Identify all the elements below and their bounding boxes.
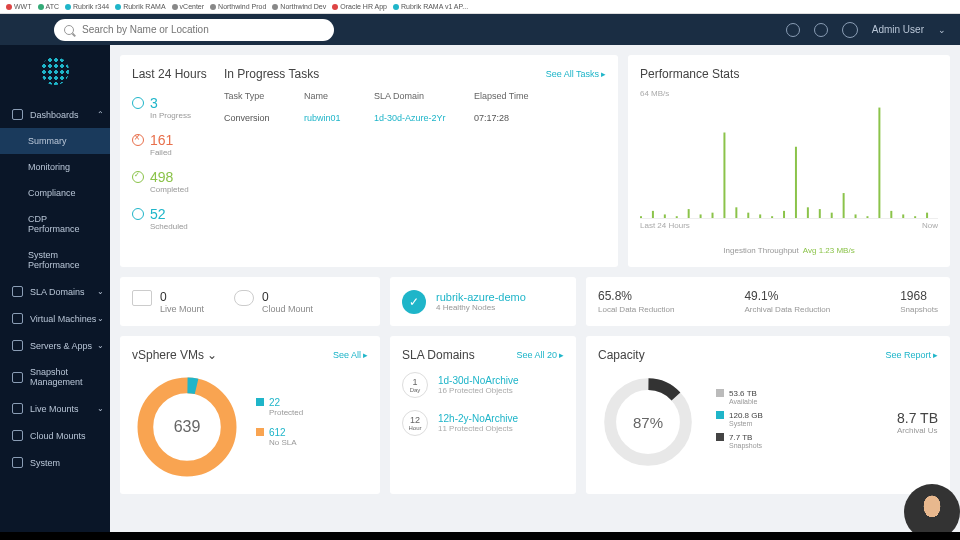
svg-rect-11	[771, 216, 773, 218]
nav-sysperf[interactable]: System Performance	[0, 242, 110, 278]
vm-icon	[12, 313, 23, 324]
legend-swatch	[256, 428, 264, 436]
svg-rect-15	[819, 209, 821, 218]
server-icon	[12, 340, 23, 351]
svg-rect-21	[890, 211, 892, 218]
svg-rect-4	[688, 209, 690, 218]
nav-cdp[interactable]: CDP Performance	[0, 206, 110, 242]
sidebar: Dashboards⌃ Summary Monitoring Complianc…	[0, 45, 110, 540]
nav-monitoring[interactable]: Monitoring	[0, 154, 110, 180]
chevron-up-icon: ⌃	[97, 110, 104, 119]
svg-rect-2	[664, 214, 666, 218]
logo-icon[interactable]	[41, 57, 69, 85]
nav-summary[interactable]: Summary	[0, 128, 110, 154]
scheduled-icon	[132, 208, 144, 220]
perf-chart	[640, 104, 938, 219]
capacity-legend-item: 120.8 GBSystem	[716, 411, 879, 427]
chevron-down-icon: ⌄	[97, 314, 104, 323]
browser-tab[interactable]: WWT	[6, 3, 32, 10]
user-name[interactable]: Admin User	[872, 24, 924, 35]
browser-tab[interactable]: vCenter	[172, 3, 205, 10]
vms-title[interactable]: vSphere VMs ⌄	[132, 348, 217, 362]
avatar-icon[interactable]	[842, 22, 858, 38]
chevron-down-icon[interactable]: ⌄	[938, 25, 946, 35]
svg-rect-24	[926, 213, 928, 218]
dashboard-icon	[12, 109, 23, 120]
completed-icon	[132, 171, 144, 183]
sla-item[interactable]: 1Day1d-30d-NoArchive16 Protected Objects	[402, 372, 564, 398]
sla-icon	[12, 286, 23, 297]
svg-rect-22	[902, 214, 904, 218]
search-input[interactable]	[82, 24, 324, 35]
chevron-down-icon: ⌄	[97, 287, 104, 296]
nav-system[interactable]: System	[0, 449, 110, 476]
svg-rect-6	[712, 213, 714, 218]
cluster-name[interactable]: rubrik-azure-demo	[436, 291, 526, 303]
sla-item[interactable]: 12Hour12h-2y-NoArchive11 Protected Objec…	[402, 410, 564, 436]
snapshot-icon	[12, 372, 23, 383]
nav-dashboards[interactable]: Dashboards⌃	[0, 101, 110, 128]
browser-tab-strip: WWTATCRubrik r344Rubrik RAMAvCenterNorth…	[0, 0, 960, 14]
svg-rect-10	[759, 214, 761, 218]
svg-rect-20	[878, 108, 880, 218]
svg-rect-14	[807, 207, 809, 218]
capacity-legend-item: 53.6 TBAvailable	[716, 389, 879, 405]
tasks-card: Last 24 Hours 3In Progress 161Failed 498…	[120, 55, 618, 267]
see-all-tasks-link[interactable]: See All Tasks ▸	[546, 69, 606, 79]
browser-tab[interactable]: Northwind Prod	[210, 3, 266, 10]
nav-compliance[interactable]: Compliance	[0, 180, 110, 206]
browser-tab[interactable]: Rubrik r344	[65, 3, 109, 10]
nav-cloudmounts[interactable]: Cloud Mounts	[0, 422, 110, 449]
browser-tab[interactable]: Rubrik RAMA v1 AP...	[393, 3, 468, 10]
perf-title: Performance Stats	[640, 67, 938, 81]
bottom-bar	[0, 532, 960, 540]
svg-rect-9	[747, 213, 749, 218]
main-content: Last 24 Hours 3In Progress 161Failed 498…	[110, 45, 960, 540]
search-box[interactable]	[54, 19, 334, 41]
gear-icon[interactable]	[814, 23, 828, 37]
svg-rect-7	[723, 133, 725, 219]
progress-icon	[132, 97, 144, 109]
browser-tab[interactable]: Northwind Dev	[272, 3, 326, 10]
svg-rect-23	[914, 216, 916, 218]
cloud-icon	[12, 430, 23, 441]
nav-vms[interactable]: Virtual Machines⌄	[0, 305, 110, 332]
svg-rect-13	[795, 147, 797, 218]
capacity-card: CapacitySee Report ▸ 87% 53.6 TBAvailabl…	[586, 336, 950, 494]
browser-tab[interactable]: ATC	[38, 3, 59, 10]
svg-rect-12	[783, 211, 785, 218]
see-all-vms-link[interactable]: See All ▸	[333, 350, 368, 360]
failed-icon	[132, 134, 144, 146]
chevron-down-icon: ⌄	[97, 404, 104, 413]
system-icon	[12, 457, 23, 468]
browser-tab[interactable]: Rubrik RAMA	[115, 3, 165, 10]
vms-donut-chart: 639	[132, 372, 242, 482]
globe-icon[interactable]	[786, 23, 800, 37]
nav-snapshot[interactable]: Snapshot Management	[0, 359, 110, 395]
svg-rect-17	[843, 193, 845, 218]
nav-livemounts[interactable]: Live Mounts⌄	[0, 395, 110, 422]
search-icon	[64, 25, 74, 35]
chevron-down-icon: ⌄	[97, 341, 104, 350]
sla-domains-card: SLA DomainsSee All 20 ▸ 1Day1d-30d-NoArc…	[390, 336, 576, 494]
tasks-title: In Progress Tasks	[224, 67, 319, 81]
task-row[interactable]: Conversionrubwin011d-30d-Azure-2Yr07:17:…	[224, 113, 606, 123]
nav-sla-domains[interactable]: SLA Domains⌄	[0, 278, 110, 305]
vsphere-vms-card: vSphere VMs ⌄See All ▸ 639 22Protected 6…	[120, 336, 380, 494]
svg-rect-18	[855, 214, 857, 218]
sla-badge-icon: 12Hour	[402, 410, 428, 436]
see-all-sla-link[interactable]: See All 20 ▸	[516, 350, 564, 360]
capacity-legend-item: 7.7 TBSnapshots	[716, 433, 879, 449]
svg-rect-3	[676, 216, 678, 218]
mounts-card: 0Live Mount 0Cloud Mount	[120, 277, 380, 326]
svg-rect-19	[866, 216, 868, 218]
nav-servers[interactable]: Servers & Apps⌄	[0, 332, 110, 359]
cloud-icon	[234, 290, 254, 306]
mount-icon	[12, 403, 23, 414]
see-report-link[interactable]: See Report ▸	[885, 350, 938, 360]
browser-tab[interactable]: Oracle HR App	[332, 3, 387, 10]
svg-rect-8	[735, 207, 737, 218]
svg-rect-5	[700, 214, 702, 218]
monitor-icon	[132, 290, 152, 306]
legend-swatch	[256, 398, 264, 406]
